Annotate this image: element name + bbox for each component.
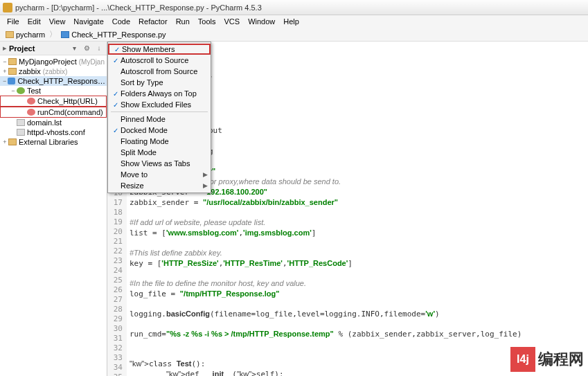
tree-label: External Libraries: [19, 138, 78, 146]
tree-label: httpd-vhosts.conf: [27, 128, 85, 136]
menu-item[interactable]: ✓Docked Mode: [108, 125, 211, 136]
check-icon: ✓: [111, 57, 121, 64]
tree-label: MyDjangoProject: [19, 57, 77, 66]
tree-item[interactable]: −Check_HTTP_Response.py: [0, 76, 107, 86]
watermark-icon: l4j: [510, 347, 535, 372]
tree-item[interactable]: domain.lst: [0, 118, 107, 127]
menu-item[interactable]: ✓Show Excluded Files: [108, 99, 211, 110]
menu-view[interactable]: View: [45, 17, 70, 26]
menu-label: Sort by Type: [121, 78, 208, 87]
settings-context-menu: ✓Show Members✓Autoscroll to SourceAutosc…: [107, 42, 211, 193]
expand-icon[interactable]: −: [1, 78, 8, 84]
menu-navigate[interactable]: Navigate: [69, 17, 107, 26]
menu-refactor[interactable]: Refactor: [134, 17, 172, 26]
project-sidebar: ▸ Project ▾ ⚙ ↓ −MyDjangoProject(MyDjan+…: [0, 42, 107, 376]
minimize-icon[interactable]: ↓: [94, 44, 104, 53]
check-icon: ✓: [112, 46, 122, 53]
tree-item[interactable]: Check_Http(URL): [0, 96, 107, 107]
menu-item[interactable]: ✓Folders Always on Top: [108, 88, 211, 99]
file-icon: [61, 31, 69, 38]
tree-item[interactable]: −Test: [0, 86, 107, 96]
menu-help[interactable]: Help: [279, 17, 303, 26]
menu-item[interactable]: Show Views as Tabs: [108, 158, 211, 169]
dropdown-icon[interactable]: ▾: [69, 44, 79, 53]
menu-label: Show Members: [122, 45, 206, 53]
class-icon: [17, 87, 25, 94]
menu-label: Show Views as Tabs: [121, 159, 208, 168]
expand-icon[interactable]: +: [1, 138, 8, 145]
menu-item[interactable]: Sort by Type: [108, 77, 211, 88]
tree-item[interactable]: httpd-vhosts.conf: [0, 127, 107, 137]
tree-label: runCmd(command): [37, 108, 103, 116]
method-icon: [27, 109, 35, 116]
menu-item[interactable]: Autoscroll from Source: [108, 66, 211, 77]
breadcrumb-label: pycharm: [16, 30, 45, 39]
tree-label: Test: [27, 87, 41, 95]
expand-icon[interactable]: +: [1, 68, 8, 75]
breadcrumb: pycharm 〉 Check_HTTP_Response.py: [0, 28, 588, 42]
menu-label: Folders Always on Top: [121, 89, 208, 98]
menu-run[interactable]: Run: [172, 17, 194, 26]
menu-code[interactable]: Code: [108, 17, 134, 26]
folder-icon: [6, 31, 14, 38]
breadcrumb-label: Check_HTTP_Response.py: [71, 30, 166, 39]
submenu-arrow-icon: ▶: [203, 182, 208, 189]
py-icon: [8, 78, 15, 84]
menu-label: Autoscroll to Source: [121, 56, 208, 64]
menu-edit[interactable]: Edit: [24, 17, 45, 26]
main: ▸ Project ▾ ⚙ ↓ −MyDjangoProject(MyDjan+…: [0, 42, 588, 376]
tree-item[interactable]: +External Libraries: [0, 137, 107, 147]
sidebar-title: Project: [9, 44, 69, 53]
check-icon: ✓: [111, 127, 121, 134]
menu-label: Show Excluded Files: [121, 100, 208, 109]
folder-icon: [8, 58, 17, 65]
tree-item[interactable]: +zabbix(zabbix): [0, 66, 107, 76]
menu-label: Resize: [121, 181, 203, 190]
menu-item[interactable]: ✓Autoscroll to Source: [108, 55, 211, 66]
menu-label: Pinned Mode: [121, 115, 208, 123]
tree-item[interactable]: −MyDjangoProject(MyDjan: [0, 57, 107, 66]
menu-label: Split Mode: [121, 148, 208, 156]
menu-separator: [111, 111, 208, 112]
menu-item[interactable]: Pinned Mode: [108, 114, 211, 125]
menu-vcs[interactable]: VCS: [220, 17, 244, 26]
sidebar-header: ▸ Project ▾ ⚙ ↓: [0, 42, 107, 55]
menu-item[interactable]: Move to▶: [108, 169, 211, 180]
check-icon: ✓: [111, 90, 121, 98]
titlebar: pycharm - [D:\pycharm] - ...\Check_HTTP_…: [0, 0, 588, 15]
method-icon: [27, 98, 35, 105]
menu-file[interactable]: File: [3, 17, 24, 26]
check-icon: ✓: [111, 101, 121, 109]
tree-dim: (zabbix): [43, 68, 68, 75]
folder-icon: [8, 68, 17, 75]
tree-label: Check_Http(URL): [37, 97, 98, 105]
menu-label: Docked Mode: [121, 126, 208, 134]
watermark: l4j 编程网: [510, 347, 584, 372]
collapse-icon[interactable]: ▸: [3, 44, 7, 53]
menubar: FileEditViewNavigateCodeRefactorRunTools…: [0, 15, 588, 28]
breadcrumb-item[interactable]: pycharm: [3, 30, 48, 39]
menu-tools[interactable]: Tools: [194, 17, 220, 26]
folder-icon: [8, 138, 17, 145]
menu-label: Move to: [121, 170, 203, 179]
file-icon: [17, 119, 25, 126]
tree-dim: (MyDjan: [79, 58, 105, 66]
menu-item[interactable]: Floating Mode: [108, 136, 211, 147]
tree-item[interactable]: runCmd(command): [0, 107, 107, 118]
tree-label: Check_HTTP_Response.py: [17, 77, 105, 85]
submenu-arrow-icon: ▶: [203, 171, 208, 178]
breadcrumb-item[interactable]: Check_HTTP_Response.py: [58, 30, 168, 39]
menu-label: Autoscroll from Source: [121, 67, 208, 75]
menu-item[interactable]: ✓Show Members: [108, 44, 211, 55]
tree-label: zabbix: [19, 67, 41, 75]
file-icon: [17, 129, 25, 136]
expand-icon[interactable]: −: [10, 87, 17, 94]
menu-item[interactable]: Split Mode: [108, 147, 211, 158]
window-title: pycharm - [D:\pycharm] - ...\Check_HTTP_…: [15, 3, 585, 12]
menu-item[interactable]: Resize▶: [108, 180, 211, 191]
expand-icon[interactable]: −: [1, 58, 8, 65]
menu-window[interactable]: Window: [244, 17, 279, 26]
project-tree[interactable]: −MyDjangoProject(MyDjan+zabbix(zabbix)−C…: [0, 55, 107, 148]
gear-icon[interactable]: ⚙: [82, 44, 91, 53]
app-icon: [3, 3, 12, 12]
